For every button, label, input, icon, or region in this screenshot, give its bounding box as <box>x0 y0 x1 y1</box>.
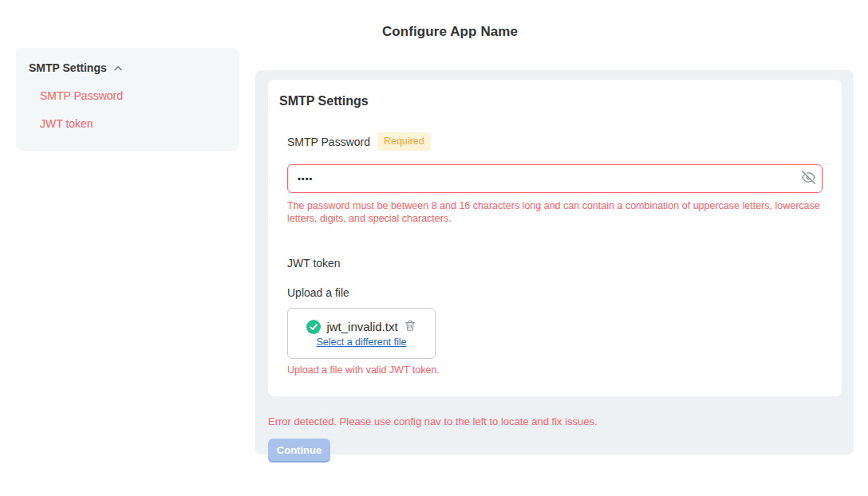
jwt-token-label: JWT token <box>287 257 823 270</box>
eye-off-icon <box>802 171 815 187</box>
file-upload-box: jwt_invalid.txt Select a different file <box>287 308 436 359</box>
sidebar-item-smtp-password[interactable]: SMTP Password <box>40 89 227 102</box>
error-summary: Error detected. Please use config nav to… <box>268 415 841 427</box>
config-panel: SMTP Settings SMTP Password Required <box>255 70 854 455</box>
jwt-token-error: Upload a file with valid JWT token. <box>287 364 823 376</box>
smtp-settings-card: SMTP Settings SMTP Password Required <box>268 80 842 396</box>
trash-icon <box>404 319 416 334</box>
select-different-file-link[interactable]: Select a different file <box>316 337 406 348</box>
jwt-token-group: JWT token Upload a file jwt_invalid.txt <box>287 257 823 376</box>
sidebar-section-label: SMTP Settings <box>29 61 107 74</box>
check-circle-icon <box>306 320 321 334</box>
page-title: Configure App Name <box>32 24 868 40</box>
smtp-password-group: SMTP Password Required The pas <box>287 132 823 225</box>
sidebar-section-smtp-settings[interactable]: SMTP Settings <box>29 61 227 74</box>
sidebar-item-jwt-token[interactable]: JWT token <box>40 117 227 130</box>
smtp-password-input[interactable] <box>288 174 795 183</box>
smtp-password-field-wrap <box>287 164 823 193</box>
smtp-password-error: The password must be between 8 and 16 ch… <box>287 199 823 225</box>
toggle-password-visibility-button[interactable] <box>795 165 822 192</box>
config-nav-sidebar: SMTP Settings SMTP Password JWT token <box>16 48 239 151</box>
chevron-up-icon <box>112 63 124 74</box>
delete-file-button[interactable] <box>404 319 416 334</box>
smtp-password-label: SMTP Password <box>287 136 370 148</box>
required-badge: Required <box>377 132 431 151</box>
card-heading: SMTP Settings <box>279 94 823 108</box>
upload-file-label: Upload a file <box>287 286 823 299</box>
continue-button[interactable]: Continue <box>268 439 330 461</box>
uploaded-file-name: jwt_invalid.txt <box>326 320 397 333</box>
